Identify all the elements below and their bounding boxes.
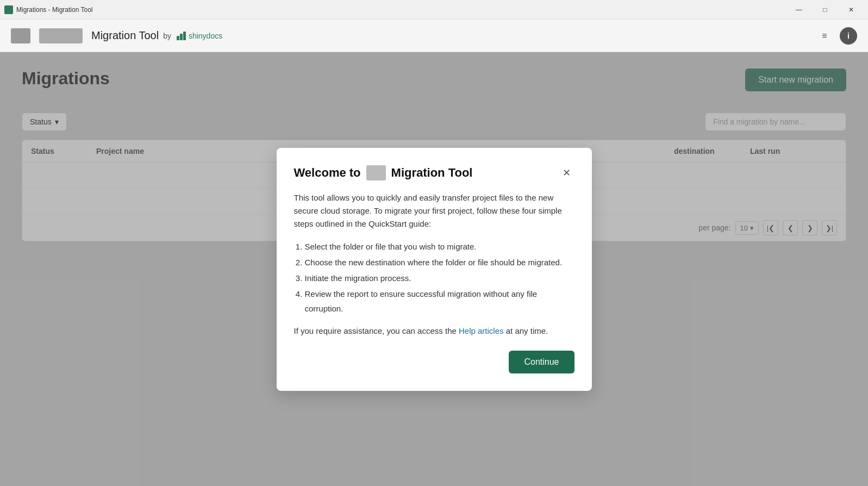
modal-actions: Continue bbox=[294, 351, 574, 373]
help-articles-link[interactable]: Help articles bbox=[459, 326, 504, 335]
step-4: Review the report to ensure successful m… bbox=[305, 286, 574, 316]
svg-rect-2 bbox=[183, 32, 186, 40]
modal-steps: Select the folder or file that you wish … bbox=[305, 239, 574, 316]
app-icon bbox=[4, 5, 13, 14]
step-1: Select the folder or file that you wish … bbox=[305, 239, 574, 254]
shinydocs-brand: shinydocs bbox=[176, 30, 222, 41]
header-by: by bbox=[163, 32, 171, 40]
titlebar-controls: — □ ✕ bbox=[786, 1, 864, 18]
list-icon[interactable]: ≡ bbox=[816, 27, 833, 45]
header-title-text: Migration Tool bbox=[91, 29, 159, 42]
modal-title-suffix: Migration Tool bbox=[391, 166, 473, 180]
header-actions: ≡ i bbox=[816, 27, 857, 45]
step-2: Choose the new destination where the fol… bbox=[305, 255, 574, 270]
main-content: Migrations Start new migration Status ▾ … bbox=[0, 52, 868, 486]
modal-logo-placeholder bbox=[366, 165, 386, 180]
titlebar-left: Migrations - Migration Tool bbox=[4, 5, 93, 14]
modal-intro: This tool allows you to quickly and easi… bbox=[294, 191, 574, 230]
logo-block-1 bbox=[11, 28, 30, 43]
info-icon[interactable]: i bbox=[840, 27, 857, 45]
step-3: Initiate the migration process. bbox=[305, 271, 574, 285]
modal-overlay: Welcome to Migration Tool ✕ This tool al… bbox=[0, 52, 868, 486]
welcome-modal: Welcome to Migration Tool ✕ This tool al… bbox=[277, 148, 592, 391]
modal-close-button[interactable]: ✕ bbox=[559, 165, 574, 180]
continue-button[interactable]: Continue bbox=[509, 351, 574, 373]
titlebar-title: Migrations - Migration Tool bbox=[16, 6, 93, 14]
modal-header: Welcome to Migration Tool ✕ bbox=[294, 165, 574, 180]
maximize-button[interactable]: □ bbox=[813, 1, 838, 18]
header-title: Migration Tool by shinydocs bbox=[91, 29, 222, 42]
close-button[interactable]: ✕ bbox=[839, 1, 864, 18]
modal-title-prefix: Welcome to bbox=[294, 166, 361, 180]
svg-rect-0 bbox=[177, 36, 179, 40]
minimize-button[interactable]: — bbox=[786, 1, 811, 18]
modal-title: Welcome to Migration Tool bbox=[294, 165, 473, 180]
shinydocs-icon bbox=[176, 30, 186, 41]
help-suffix: at any time. bbox=[506, 326, 548, 335]
app-header: Migration Tool by shinydocs ≡ i bbox=[0, 20, 868, 52]
titlebar: Migrations - Migration Tool — □ ✕ bbox=[0, 0, 868, 20]
svg-rect-1 bbox=[180, 34, 183, 40]
help-prefix: If you require assistance, you can acces… bbox=[294, 326, 457, 335]
nav-block bbox=[39, 28, 83, 43]
shinydocs-label: shinydocs bbox=[189, 32, 222, 40]
modal-help-text: If you require assistance, you can acces… bbox=[294, 325, 574, 338]
